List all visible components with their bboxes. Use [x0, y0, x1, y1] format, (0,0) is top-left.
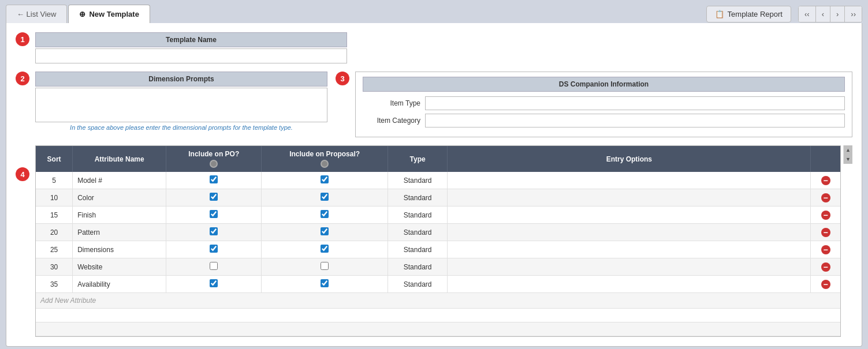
cell-include-proposal[interactable]	[262, 172, 388, 189]
dimension-textarea[interactable]	[35, 88, 327, 122]
cell-remove[interactable]: −	[811, 276, 840, 293]
cell-include-po[interactable]	[166, 276, 262, 293]
checkbox-po[interactable]	[210, 227, 218, 235]
checkbox-proposal[interactable]	[321, 279, 329, 287]
cell-attribute-name: Pattern	[73, 224, 166, 241]
checkbox-proposal[interactable]	[321, 262, 329, 270]
attributes-table-wrapper: Sort Attribute Name Include on PO? Inclu…	[35, 145, 841, 337]
ds-header: DS Companion Information	[363, 77, 845, 92]
list-view-label: ← List View	[17, 10, 56, 18]
cell-sort: 10	[36, 189, 73, 207]
checkbox-proposal[interactable]	[321, 227, 329, 235]
th-attribute-name: Attribute Name	[73, 146, 166, 172]
badge-3: 3	[336, 72, 349, 85]
cell-include-po[interactable]	[166, 207, 262, 224]
template-name-input[interactable]	[35, 48, 347, 63]
cell-attribute-name: Dimensions	[73, 241, 166, 258]
checkbox-proposal[interactable]	[321, 175, 329, 183]
main-content: 1 Template Name 2 Dimension Prompts In t…	[6, 23, 862, 347]
cell-type: Standard	[388, 207, 447, 224]
remove-button[interactable]: −	[821, 262, 830, 272]
cell-remove[interactable]: −	[811, 241, 840, 258]
remove-button[interactable]: −	[821, 228, 830, 237]
cell-sort: 5	[36, 172, 73, 189]
empty-row	[36, 322, 840, 336]
cell-include-po[interactable]	[166, 172, 262, 189]
scrollbar[interactable]: ▲ ▼	[843, 145, 852, 164]
cell-include-po[interactable]	[166, 241, 262, 258]
checkbox-po[interactable]	[210, 210, 218, 218]
cell-sort: 35	[36, 276, 73, 293]
cell-include-proposal[interactable]	[262, 207, 388, 224]
po-circle-icon[interactable]	[210, 160, 218, 168]
th-actions	[811, 146, 840, 172]
remove-button[interactable]: −	[821, 211, 830, 220]
scroll-down-button[interactable]: ▼	[844, 155, 852, 164]
th-sort: Sort	[36, 146, 73, 172]
cell-include-proposal[interactable]	[262, 276, 388, 293]
checkbox-po[interactable]	[210, 262, 218, 270]
section-dimension-prompts: 2 Dimension Prompts In the space above p…	[16, 72, 327, 137]
badge-4: 4	[16, 167, 29, 181]
remove-button[interactable]: −	[821, 176, 830, 185]
cell-include-proposal[interactable]	[262, 258, 388, 276]
table-row: 15FinishStandard−	[36, 207, 840, 224]
cell-include-po[interactable]	[166, 224, 262, 241]
tab-list-view[interactable]: ← List View	[6, 5, 67, 23]
scroll-up-button[interactable]: ▲	[844, 145, 852, 155]
cell-entry-options	[448, 258, 811, 276]
cell-remove[interactable]: −	[811, 207, 840, 224]
badge-2: 2	[16, 72, 29, 85]
remove-button[interactable]: −	[821, 280, 830, 289]
cell-entry-options	[448, 189, 811, 207]
tab-new-template[interactable]: ⊕ New Template	[68, 5, 150, 23]
table-row: 10ColorStandard−	[36, 189, 840, 207]
proposal-circle-icon[interactable]	[321, 160, 329, 168]
attributes-table: Sort Attribute Name Include on PO? Inclu…	[36, 146, 840, 336]
section-template-name: 1 Template Name	[16, 32, 852, 63]
table-row: 20PatternStandard−	[36, 224, 840, 241]
cell-type: Standard	[388, 172, 447, 189]
cell-include-proposal[interactable]	[262, 241, 388, 258]
add-new-attribute-cell[interactable]: Add New Attribute	[36, 293, 840, 309]
empty-row	[36, 309, 840, 322]
checkbox-proposal[interactable]	[321, 245, 329, 253]
checkbox-po[interactable]	[210, 245, 218, 253]
add-new-attribute-row[interactable]: Add New Attribute	[36, 293, 840, 309]
cell-attribute-name: Finish	[73, 207, 166, 224]
cell-remove[interactable]: −	[811, 224, 840, 241]
cell-include-po[interactable]	[166, 189, 262, 207]
cell-attribute-name: Availability	[73, 276, 166, 293]
cell-include-po[interactable]	[166, 258, 262, 276]
table-row: 25DimensionsStandard−	[36, 241, 840, 258]
checkbox-po[interactable]	[210, 193, 218, 201]
template-report-button[interactable]: 📋 Template Report	[706, 6, 791, 22]
tab-bar: ← List View ⊕ New Template 📋 Template Re…	[0, 0, 868, 23]
cell-type: Standard	[388, 189, 447, 207]
nav-first-button[interactable]: ‹‹	[799, 6, 816, 22]
cell-attribute-name: Website	[73, 258, 166, 276]
item-category-input[interactable]	[425, 114, 845, 127]
new-template-icon: ⊕	[79, 10, 85, 18]
section-23-wrapper: 2 Dimension Prompts In the space above p…	[16, 72, 852, 137]
cell-remove[interactable]: −	[811, 258, 840, 276]
cell-remove[interactable]: −	[811, 189, 840, 207]
cell-include-proposal[interactable]	[262, 189, 388, 207]
checkbox-po[interactable]	[210, 175, 218, 183]
section-attributes-table: 4 Sort Attribute Name Include on PO? Inc…	[16, 145, 852, 337]
remove-button[interactable]: −	[821, 193, 830, 202]
nav-last-button[interactable]: ››	[845, 6, 862, 22]
nav-next-button[interactable]: ›	[830, 6, 845, 22]
cell-remove[interactable]: −	[811, 172, 840, 189]
checkbox-po[interactable]	[210, 279, 218, 287]
nav-prev-button[interactable]: ‹	[816, 6, 830, 22]
th-include-proposal: Include on Proposal?	[262, 146, 388, 172]
cell-include-proposal[interactable]	[262, 224, 388, 241]
checkbox-proposal[interactable]	[321, 193, 329, 201]
remove-button[interactable]: −	[821, 245, 830, 254]
item-type-input[interactable]	[425, 96, 845, 110]
checkbox-proposal[interactable]	[321, 210, 329, 218]
cell-sort: 25	[36, 241, 73, 258]
th-include-po: Include on PO?	[166, 146, 262, 172]
section-ds-companion: 3 DS Companion Information Item Type Ite…	[336, 72, 852, 137]
